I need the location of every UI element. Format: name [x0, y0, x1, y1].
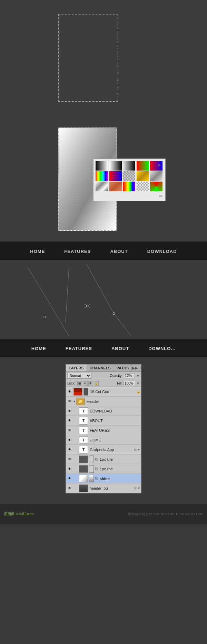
swatch-checker2[interactable] [137, 182, 149, 191]
swatch-spectrum[interactable] [123, 182, 135, 191]
layer-row-about[interactable]: T ABOUT [66, 416, 141, 426]
eye-visibility-about[interactable] [67, 418, 73, 424]
layer-name-line2: 1px line [99, 467, 140, 471]
layer-row-shine[interactable]: ⛓ shine [66, 474, 141, 483]
layer-row-home[interactable]: T HOME [66, 435, 141, 445]
svg-line-3 [114, 314, 131, 336]
swatch-copper[interactable] [109, 182, 122, 191]
nav-bar-bottom: HOME FEATURES ABOUT DOWNLO... [0, 339, 207, 357]
eye-visibility-grafpedia[interactable] [67, 447, 73, 453]
eye-visibility-headerbg[interactable] [67, 485, 73, 491]
svg-line-2 [86, 264, 114, 314]
eye-visibility-home[interactable] [67, 437, 73, 443]
layer-row-grid[interactable]: 16 Col Grid 🔒 [66, 387, 141, 397]
layer-thumb-download: T [79, 407, 88, 415]
swatch-rainbow[interactable] [96, 171, 108, 181]
layer-name-grid: 16 Col Grid [89, 390, 136, 394]
eye-visibility-shine[interactable] [67, 476, 73, 482]
layer-row-headerbg[interactable]: header_bg fx ▼ [66, 483, 141, 493]
nav-about-bottom[interactable]: ABOUT [102, 346, 139, 351]
swatch-transparent-black[interactable] [123, 161, 135, 171]
panel-icons: ▶▶ ≡ [132, 366, 143, 370]
layer-name-headerbg: header_bg [89, 486, 134, 490]
panel-options-icon[interactable]: ≡ [139, 366, 142, 370]
layer-name-home: HOME [89, 438, 140, 442]
opacity-arrow[interactable]: ▼ [136, 374, 140, 378]
layers-section: LAYERS CHANNELS PATHS ▶▶ ≡ Normal Opacit… [0, 357, 207, 504]
nav-home-top[interactable]: HOME [20, 249, 55, 254]
lock-fill-row: Lock: ▦ ✏ ✛ 🔒 Fill: ▼ [66, 380, 141, 387]
panel-tabs: LAYERS CHANNELS PATHS ▶▶ ≡ [66, 365, 141, 372]
eye-visibility-features[interactable] [67, 427, 73, 433]
layer-row-header-folder[interactable]: ▾ 📁 Header [66, 397, 141, 406]
opacity-input[interactable] [124, 373, 135, 378]
swatch-bw[interactable] [96, 161, 108, 171]
swatch-gold[interactable] [137, 171, 149, 181]
lock-label: Lock: [67, 381, 76, 385]
nav-about-top[interactable]: ABOUT [100, 249, 137, 254]
swatch-red-green[interactable] [137, 161, 149, 171]
swatch-wb[interactable] [109, 161, 122, 171]
layers-panel: LAYERS CHANNELS PATHS ▶▶ ≡ Normal Opacit… [66, 364, 141, 493]
lock-transparent-btn[interactable]: ▦ [77, 381, 82, 386]
layer-row-line2[interactable]: ⛓ 1px line [66, 464, 141, 474]
layer-row-features[interactable]: T FEATURES [66, 426, 141, 435]
svg-point-4 [44, 316, 46, 318]
layer-row-grafpedia[interactable]: T Grafpedia App fx ▼ [66, 445, 141, 454]
layer-thumb-line2-mask [89, 465, 94, 473]
nav-features-top[interactable]: FEATURES [55, 249, 100, 254]
tab-paths[interactable]: PATHS [114, 365, 132, 371]
gradient-picker-panel[interactable]: ▶ ✏ [93, 159, 166, 201]
tab-layers[interactable]: LAYERS [66, 365, 87, 371]
layer-name-download: DOWNLOAD [89, 409, 140, 413]
gradient-swatches-grid [96, 161, 163, 191]
blend-mode-select[interactable]: Normal [67, 373, 91, 379]
layer-thumb-home: T [79, 436, 88, 444]
layer-row-line1[interactable]: ⛓ 1px line [66, 454, 141, 464]
picker-edit-icon: ✏ [159, 193, 163, 199]
layer-thumb-shine [79, 475, 88, 482]
layer-thumb-headerbg [79, 484, 88, 492]
lock-move-btn[interactable]: ✛ [88, 381, 93, 386]
picker-more-arrow[interactable]: ▶ [158, 163, 161, 167]
eye-visibility-download[interactable] [67, 408, 73, 414]
swatch-silver[interactable] [150, 171, 162, 181]
picker-footer: ✏ [96, 193, 163, 199]
lock-icons-group: ▦ ✏ ✛ 🔒 [77, 381, 99, 386]
eye-visibility-line2[interactable] [67, 466, 73, 472]
swatch-diagonal[interactable] [150, 182, 162, 191]
fx-badge-grafpedia: fx [134, 448, 137, 451]
fill-arrow[interactable]: ▼ [136, 381, 140, 385]
layer-thumb-about: T [79, 417, 88, 425]
layer-name-features: FEATURES [89, 428, 140, 432]
folder-arrow-header[interactable]: ▾ [73, 400, 75, 403]
lock-paint-btn[interactable]: ✏ [83, 381, 88, 386]
swatch-chrome[interactable] [96, 182, 108, 191]
swatch-checker[interactable] [123, 171, 135, 181]
layer-name-header: Header [86, 399, 140, 403]
eye-visibility-header[interactable] [67, 398, 73, 405]
layer-lock-icon-grid: 🔒 [136, 390, 140, 394]
dashed-selection-rect [58, 14, 118, 102]
panel-menu-icon[interactable]: ▶▶ [132, 366, 138, 370]
footer-watermark: 思维说计划之后 SISHUOSHE DESIGN AFTER [128, 512, 203, 517]
eye-visibility-line1[interactable] [67, 456, 73, 462]
nav-download-top[interactable]: DOWNLOAD [138, 249, 187, 254]
layer-row-download[interactable]: T DOWNLOAD [66, 406, 141, 416]
nav-features-bottom[interactable]: FEATURES [56, 346, 102, 351]
layer-thumb-shine2 [89, 475, 94, 482]
fill-input[interactable] [124, 381, 135, 386]
nav-download-bottom[interactable]: DOWNLO... [139, 346, 185, 351]
svg-line-0 [28, 267, 69, 336]
canvas-gradient-section: ▶ ✏ [0, 114, 207, 241]
layer-chain-shine: ⛓ [95, 477, 98, 480]
tab-channels[interactable]: CHANNELS [87, 365, 114, 371]
swatch-rb[interactable] [109, 171, 122, 181]
lock-all-btn[interactable]: 🔒 [94, 381, 99, 386]
layer-thumb-grid [73, 388, 82, 396]
layer-thumb-grafpedia: T [79, 446, 88, 453]
layer-name-grafpedia: Grafpedia App [89, 448, 134, 452]
eye-visibility-grid[interactable] [67, 389, 73, 395]
nav-home-bottom[interactable]: HOME [22, 346, 56, 351]
nav-section: HOME FEATURES ABOUT DOWNLOAD HOME FEATUR… [0, 241, 207, 357]
